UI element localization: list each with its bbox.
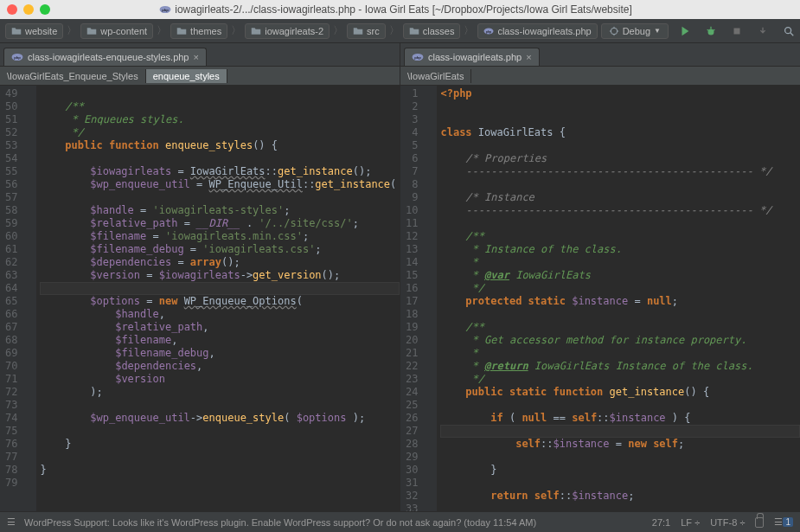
status-message[interactable]: WordPress Support: Looks like it's WordP… <box>24 517 536 528</box>
svg-text:php: php <box>486 29 491 33</box>
svg-point-14 <box>785 27 791 33</box>
vcs-update-button[interactable] <box>753 23 772 39</box>
titlebar: php iowagirleats-2/.../class-iowagirleat… <box>0 0 800 19</box>
run-button[interactable] <box>675 23 694 39</box>
scope-seg[interactable]: enqueue_styles <box>146 69 227 83</box>
event-log-icon[interactable]: ☰ <box>7 516 16 528</box>
svg-rect-13 <box>733 28 739 34</box>
chevron-right-icon: 〉 <box>67 23 77 38</box>
breadcrumb-item[interactable]: iowagirleats-2 <box>245 23 330 39</box>
scope-breadcrumb-right[interactable]: \IowaGirlEats <box>400 67 800 86</box>
editor-pane-right: php class-iowagirleats.php × \IowaGirlEa… <box>400 43 800 511</box>
scope-breadcrumb-left[interactable]: \IowaGirlEats_Enqueue_Styles enqueue_sty… <box>0 67 400 86</box>
breadcrumb: website〉wp-content〉themes〉iowagirleats-2… <box>5 23 598 39</box>
php-file-icon: php <box>412 53 424 61</box>
window-title: iowagirleats-2/.../class-iowagirleats.ph… <box>175 3 632 16</box>
editor-pane-left: php class-iowagirleats-enqueue-styles.ph… <box>0 43 400 511</box>
notification-icon[interactable]: ☰1 <box>774 516 793 528</box>
fold-column[interactable] <box>425 86 437 511</box>
line-gutter: 49 50 51 52 53 54 55 56 57 58 59 60 61 6… <box>0 86 24 511</box>
tab-bar-left: php class-iowagirleats-enqueue-styles.ph… <box>0 43 400 67</box>
fold-column[interactable] <box>24 86 36 511</box>
file-tab-label: class-iowagirleats.php <box>428 52 522 62</box>
svg-text:php: php <box>414 55 421 60</box>
status-bar: ☰ WordPress Support: Looks like it's Wor… <box>0 511 800 532</box>
window-controls <box>7 4 50 15</box>
svg-text:php: php <box>162 8 169 12</box>
php-file-icon: php <box>159 5 171 14</box>
chevron-right-icon: 〉 <box>231 23 241 38</box>
php-file-icon: php <box>11 53 23 61</box>
chevron-right-icon: 〉 <box>464 23 474 38</box>
code-content[interactable]: <?phpclass IowaGirlEats { /* Properties … <box>437 86 800 511</box>
svg-line-15 <box>790 32 794 35</box>
file-tab-left[interactable]: php class-iowagirleats-enqueue-styles.ph… <box>3 48 207 66</box>
minimize-window-button[interactable] <box>23 4 34 15</box>
svg-point-9 <box>707 29 714 35</box>
editor-split-view: php class-iowagirleats-enqueue-styles.ph… <box>0 43 800 511</box>
breadcrumb-item[interactable]: themes <box>170 23 227 39</box>
chevron-right-icon: 〉 <box>157 23 167 38</box>
close-tab-icon[interactable]: × <box>526 52 531 62</box>
search-everywhere-button[interactable] <box>779 23 798 39</box>
svg-point-4 <box>611 28 618 35</box>
stop-button[interactable] <box>727 23 746 39</box>
navigation-bar: website〉wp-content〉themes〉iowagirleats-2… <box>0 19 800 43</box>
svg-line-11 <box>707 29 709 30</box>
breadcrumb-item[interactable]: phpclass-iowagirleats.php <box>477 23 597 39</box>
chevron-right-icon: 〉 <box>333 23 343 38</box>
maximize-window-button[interactable] <box>40 4 50 15</box>
svg-text:php: php <box>14 55 21 60</box>
tab-bar-right: php class-iowagirleats.php × <box>400 43 800 67</box>
line-gutter: 1 2 3 4 5 6 7 8 9 10 11 12 13 14 15 16 1… <box>400 86 425 511</box>
close-tab-icon[interactable]: × <box>193 52 198 62</box>
run-config-label: Debug <box>623 26 650 36</box>
code-content[interactable]: /** * Enqueues styles. */ public functio… <box>36 86 400 511</box>
breadcrumb-item[interactable]: src <box>347 23 386 39</box>
close-window-button[interactable] <box>7 4 17 15</box>
breadcrumb-item[interactable]: classes <box>403 23 461 39</box>
readonly-lock-icon[interactable] <box>755 517 764 528</box>
debug-button[interactable] <box>701 23 720 39</box>
file-encoding[interactable]: UTF-8 ÷ <box>710 517 745 528</box>
code-editor-right[interactable]: 1 2 3 4 5 6 7 8 9 10 11 12 13 14 15 16 1… <box>400 86 800 511</box>
breadcrumb-item[interactable]: wp-content <box>80 23 153 39</box>
chevron-right-icon: 〉 <box>389 23 400 38</box>
svg-line-12 <box>714 29 715 30</box>
run-config-selector[interactable]: Debug ▼ <box>601 23 669 39</box>
caret-position[interactable]: 27:1 <box>652 517 670 528</box>
file-tab-right[interactable]: php class-iowagirleats.php × <box>404 48 540 66</box>
chevron-down-icon: ▼ <box>654 27 661 35</box>
scope-seg[interactable]: \IowaGirlEats_Enqueue_Styles <box>0 69 146 83</box>
code-editor-left[interactable]: 49 50 51 52 53 54 55 56 57 58 59 60 61 6… <box>0 86 400 511</box>
file-tab-label: class-iowagirleats-enqueue-styles.php <box>28 52 189 62</box>
scope-seg[interactable]: \IowaGirlEats <box>400 69 471 83</box>
line-separator[interactable]: LF ÷ <box>681 517 700 528</box>
debug-icon <box>609 26 619 36</box>
breadcrumb-item[interactable]: website <box>5 23 63 39</box>
